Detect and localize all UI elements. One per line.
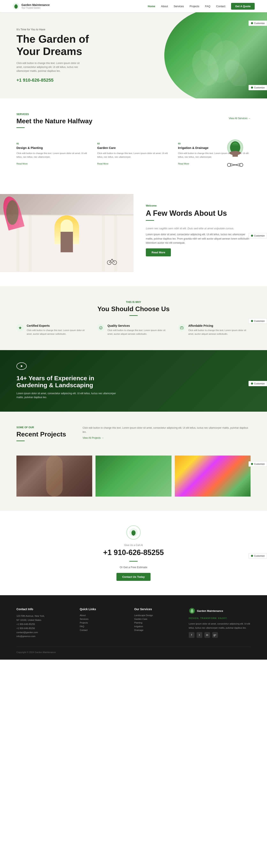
view-all-services-link[interactable]: View All Services → (229, 117, 250, 120)
footer-services-heading: Our Services (134, 608, 178, 611)
logo-sub: Your Trusted Garden (21, 7, 50, 9)
svg-point-24 (100, 326, 103, 329)
feature-desc-3: Click edit button to change this text. L… (188, 329, 250, 336)
scissors-icon (225, 161, 245, 169)
logo-title: Garden Maintenance (21, 3, 50, 7)
cta-phone: +1 910-626-85255 (17, 548, 250, 557)
feature-desc-2: Click edit button to change this text. L… (107, 329, 170, 336)
footer-service-landscape[interactable]: Landscape Design (134, 614, 178, 617)
about-description: Lorem ipsum dolor sit amet, consectetur … (146, 232, 250, 245)
svg-point-8 (251, 87, 253, 89)
services-divider (17, 127, 25, 128)
experience-customize-btn[interactable]: Customize (248, 381, 267, 386)
logo-icon (12, 2, 20, 10)
view-all-projects-link[interactable]: View All Projects → (83, 436, 250, 439)
svg-point-26 (251, 320, 253, 322)
project-item-3[interactable] (175, 456, 250, 497)
footer-link-about[interactable]: About (80, 614, 124, 617)
get-quote-button[interactable]: Get A Quote (231, 3, 255, 10)
hero-content: It's Time for You to Have The Garden of … (17, 28, 89, 83)
feature-3: Affordable Pricing Click edit button to … (178, 324, 250, 336)
why-customize-btn[interactable]: Customize (248, 318, 267, 324)
services-section: Services Meet the Nature Halfway View Al… (0, 98, 267, 180)
hero-customize-btn[interactable]: Customize (248, 21, 267, 26)
cta-section: Give Us a Call At +1 910-626-85255 Or Ge… (0, 511, 267, 595)
feature-title-2: Quality Services (107, 324, 170, 327)
service-num-2: 02 (97, 142, 170, 145)
project-item-2[interactable] (96, 456, 171, 497)
service-read-more-2[interactable]: Read More (97, 162, 108, 165)
footer-link-services[interactable]: Services (80, 618, 124, 620)
social-links: f t in g+ (189, 632, 250, 638)
about-image (0, 194, 134, 272)
about-read-more-button[interactable]: Read More (146, 248, 171, 256)
feature-icon-2 (97, 324, 105, 332)
footer-link-contact[interactable]: Contact (80, 629, 124, 631)
footer-link-faq[interactable]: FAQ (80, 625, 124, 628)
about-customize-btn[interactable]: Customize (248, 233, 267, 238)
feature-title-3: Affordable Pricing (188, 324, 250, 327)
hero-subtitle: It's Time for You to Have (17, 28, 89, 31)
hero-title-line2: Your Dreams (17, 45, 82, 57)
projects-section: Some of Our Recent Projects Click edit b… (0, 412, 267, 511)
why-divider (129, 315, 138, 316)
footer-service-irrigation[interactable]: Irrigation (134, 625, 178, 628)
svg-marker-27 (21, 365, 23, 367)
nav-contact[interactable]: Contact (216, 5, 225, 8)
experience-description: Lorem ipsum dolor sit amet, consectetur … (17, 392, 119, 399)
why-section: This Is Why You Should Choose Us Certifi… (0, 286, 267, 350)
service-read-more-1[interactable]: Read More (17, 162, 28, 165)
projects-tag: Some of Our (17, 426, 66, 429)
footer-link-projects[interactable]: Projects (80, 621, 124, 624)
social-facebook[interactable]: f (189, 632, 194, 638)
svg-line-20 (112, 259, 115, 262)
hero-decorative-plants (187, 25, 248, 86)
projects-description: Click edit button to change this text. L… (83, 426, 250, 434)
cta-tag: Give Us a Call At (17, 544, 250, 547)
experience-bg: 14+ Years of Experience in Gardening & L… (0, 350, 267, 412)
services-grid: 01 Design & Planting Click edit button t… (17, 142, 250, 165)
footer-service-planting[interactable]: Planting (134, 621, 178, 624)
cta-customize-btn[interactable]: Customize (248, 553, 267, 558)
hero-customize-btn-2[interactable]: Customize (248, 85, 267, 90)
footer-brand-logo: Garden Maintenance (189, 608, 250, 614)
cta-leaf-icon (129, 528, 138, 537)
nav-projects[interactable]: Projects (190, 5, 199, 8)
quality-icon (99, 326, 103, 330)
svg-rect-2 (16, 8, 16, 9)
svg-rect-36 (192, 612, 192, 613)
hero-title: The Garden of Your Dreams (17, 33, 89, 58)
nav-faq[interactable]: FAQ (205, 5, 210, 8)
footer-logo-icon (189, 608, 195, 614)
feature-desc-1: Click edit button to change this text. L… (27, 329, 89, 336)
svg-rect-32 (133, 534, 134, 536)
nav-about[interactable]: About (161, 5, 168, 8)
pricing-icon (180, 326, 184, 330)
projects-grid (17, 456, 250, 497)
project-item-1[interactable] (17, 456, 92, 497)
nav-home[interactable]: Home (148, 5, 155, 8)
social-linkedin[interactable]: in (204, 632, 210, 638)
about-content: Welcome A Few Words About Us Lorem nec s… (134, 194, 267, 272)
service-item-1: 01 Design & Planting Click edit button t… (17, 142, 89, 165)
navbar: Garden Maintenance Your Trusted Garden H… (0, 0, 267, 12)
social-twitter[interactable]: t (196, 632, 202, 638)
footer-services: Our Services Landscape Design Garden Car… (134, 608, 178, 639)
social-googleplus[interactable]: g+ (212, 632, 218, 638)
projects-customize-btn[interactable]: Customize (248, 461, 267, 467)
service-name-1: Design & Planting (17, 146, 89, 150)
service-read-more-3[interactable]: Read More (178, 162, 189, 165)
footer-contact-lines: 123 Fifth Avenue, New York, NY 10160, Un… (17, 614, 70, 639)
nav-services[interactable]: Services (173, 5, 184, 8)
services-decoration (224, 138, 246, 169)
about-divider (146, 220, 154, 221)
play-button[interactable] (17, 363, 27, 370)
footer-service-garden[interactable]: Garden Care (134, 618, 178, 620)
certified-icon (18, 326, 22, 330)
experience-title: 14+ Years of Experience in Gardening & L… (17, 375, 99, 389)
about-italic-sub: Lorem nec sagittis sem nibh id elit. Dui… (146, 227, 250, 230)
svg-point-13 (228, 163, 231, 166)
contact-us-button[interactable]: Contact Us Today (116, 573, 151, 581)
projects-header: Some of Our Recent Projects Click edit b… (17, 426, 250, 447)
footer-service-drainage[interactable]: Drainage (134, 629, 178, 631)
